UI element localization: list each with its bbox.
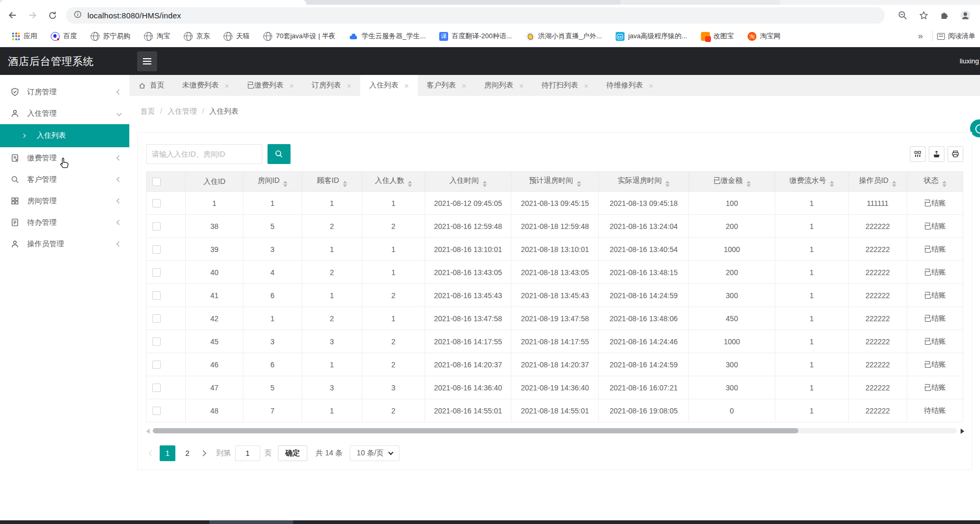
tab-0[interactable]: 首页 (129, 75, 173, 96)
extensions-icon[interactable] (938, 8, 951, 22)
tab-7[interactable]: 待打扫列表× (533, 75, 598, 96)
tab-close-icon[interactable]: × (289, 82, 294, 90)
sidebar-item-grid[interactable]: 房间管理 (0, 190, 129, 212)
scrollbar-thumb[interactable] (153, 428, 798, 433)
sort-icon[interactable] (942, 181, 946, 188)
tab-close-icon[interactable]: × (225, 82, 229, 90)
sidebar-subitem[interactable]: 入住列表 (0, 124, 129, 147)
bookmarks-overflow-chevron[interactable]: » (913, 31, 928, 41)
bookmark-item[interactable]: 学生云服务器_学生... (349, 31, 426, 41)
col-header[interactable]: 房间ID (243, 172, 302, 192)
sort-icon[interactable] (830, 181, 834, 188)
confirm-button[interactable]: 确定 (278, 445, 307, 461)
tab-close-icon[interactable]: × (404, 82, 409, 90)
row-checkbox[interactable] (152, 314, 161, 323)
col-header[interactable]: 已缴金额 (689, 172, 775, 192)
row-checkbox[interactable] (152, 407, 161, 415)
row-checkbox[interactable] (152, 268, 161, 277)
tab-close-icon[interactable]: × (462, 82, 466, 90)
tab-1[interactable]: 未缴费列表× (173, 75, 238, 96)
col-header[interactable]: 顾客ID (302, 172, 362, 192)
forward-icon[interactable] (25, 8, 40, 23)
sidebar-item-staff[interactable]: 操作员管理 (0, 233, 129, 255)
prev-page-button[interactable] (146, 451, 158, 455)
col-header[interactable]: 实际退房时间 (599, 172, 689, 192)
tab-close-icon[interactable]: × (347, 82, 352, 90)
tab-3[interactable]: 订房列表× (303, 75, 361, 96)
row-checkbox[interactable] (152, 222, 161, 231)
tab-8[interactable]: 待维修列表× (597, 75, 662, 96)
col-header[interactable]: 操作员ID (849, 172, 907, 192)
row-checkbox[interactable] (152, 337, 161, 346)
col-header[interactable]: 预计退房时间 (511, 172, 599, 192)
search-button[interactable] (268, 144, 291, 164)
filter-columns-button[interactable] (910, 146, 926, 162)
print-button[interactable] (948, 146, 963, 162)
sort-icon[interactable] (665, 181, 670, 188)
breadcrumb-item[interactable]: 首页 (140, 107, 155, 115)
bookmark-item[interactable]: 苏宁易购 (91, 31, 130, 41)
tab-close-icon[interactable]: × (649, 82, 653, 90)
col-header[interactable]: 状态 (907, 172, 963, 192)
page-button-1[interactable]: 1 (160, 445, 175, 461)
tab-2[interactable]: 已缴费列表× (238, 75, 303, 96)
site-info-icon[interactable] (73, 10, 82, 21)
select-all-header[interactable] (147, 172, 186, 192)
current-user[interactable]: liuxing (960, 57, 979, 65)
tab-close-icon[interactable]: × (519, 82, 524, 90)
tab-close-icon[interactable]: × (584, 82, 589, 90)
sidebar-item-note[interactable]: 待办管理 (0, 212, 129, 233)
sidebar-item-search[interactable]: 客户管理 (0, 169, 129, 190)
sort-icon[interactable] (747, 181, 751, 188)
sort-icon[interactable] (892, 181, 896, 188)
bookmark-item[interactable]: 天猫 (224, 31, 250, 41)
reload-icon[interactable] (45, 8, 60, 23)
tab-4[interactable]: 入住列表× (360, 75, 418, 96)
back-icon[interactable] (5, 8, 20, 23)
sort-icon[interactable] (483, 181, 487, 188)
tab-5[interactable]: 客户列表× (418, 75, 475, 96)
row-checkbox[interactable] (152, 361, 161, 369)
scroll-left-arrow-icon[interactable] (146, 429, 150, 434)
col-header[interactable]: 入住人数 (362, 172, 425, 192)
bookmark-star-icon[interactable] (917, 8, 930, 22)
url-bar[interactable]: localhost:8080/HMS/index (66, 7, 885, 24)
row-checkbox[interactable] (152, 199, 161, 208)
sort-icon[interactable] (408, 181, 412, 188)
bookmark-item[interactable]: 70套java毕设 | 半夜 (263, 31, 336, 41)
bookmark-item[interactable]: 淘宝 (144, 31, 170, 41)
bookmark-item[interactable]: 洪湖小肖直播_户外... (526, 31, 602, 41)
bookmark-item[interactable]: 改图宝 (701, 31, 734, 41)
reading-list-button[interactable]: 阅读清单 (937, 31, 975, 41)
row-checkbox[interactable] (152, 291, 161, 300)
sidebar-item-user[interactable]: 入住管理 (0, 103, 129, 124)
breadcrumb-item[interactable]: 入住管理 (168, 107, 197, 115)
export-button[interactable] (929, 146, 944, 162)
sort-icon[interactable] (343, 181, 347, 188)
tab-6[interactable]: 房间列表× (475, 75, 533, 96)
page-size-select[interactable]: 10 条/页 (350, 445, 399, 461)
sort-icon[interactable] (577, 181, 581, 188)
scroll-right-arrow-icon[interactable] (961, 429, 964, 434)
row-checkbox[interactable] (152, 245, 161, 254)
sort-icon[interactable] (283, 181, 287, 188)
bookmark-item[interactable]: 淘宝网 (748, 31, 781, 41)
zoom-icon[interactable] (896, 8, 909, 22)
header-checkbox[interactable] (152, 178, 161, 186)
bookmark-item[interactable]: 百度 (51, 31, 77, 41)
search-input[interactable] (146, 144, 262, 164)
sidebar-item-shield[interactable]: 订房管理 (0, 81, 129, 103)
bookmark-item[interactable]: java高级程序猿的... (616, 31, 687, 41)
browser-active-tab[interactable] (0, 0, 306, 5)
page-button-2[interactable]: 2 (180, 445, 195, 461)
col-header[interactable]: 入住时间 (425, 172, 511, 192)
sidebar-item-form[interactable]: 缴费管理 (0, 147, 129, 169)
sidebar-toggle-button[interactable] (137, 51, 157, 71)
goto-page-input[interactable] (235, 445, 260, 461)
bookmark-item[interactable]: 京东 (184, 31, 210, 41)
apps-launcher[interactable]: 应用 (12, 31, 37, 41)
profile-avatar[interactable] (959, 8, 972, 22)
row-checkbox[interactable] (152, 384, 161, 392)
bookmark-item[interactable]: 百度翻译-200种语... (439, 31, 512, 41)
next-page-button[interactable] (197, 451, 209, 455)
